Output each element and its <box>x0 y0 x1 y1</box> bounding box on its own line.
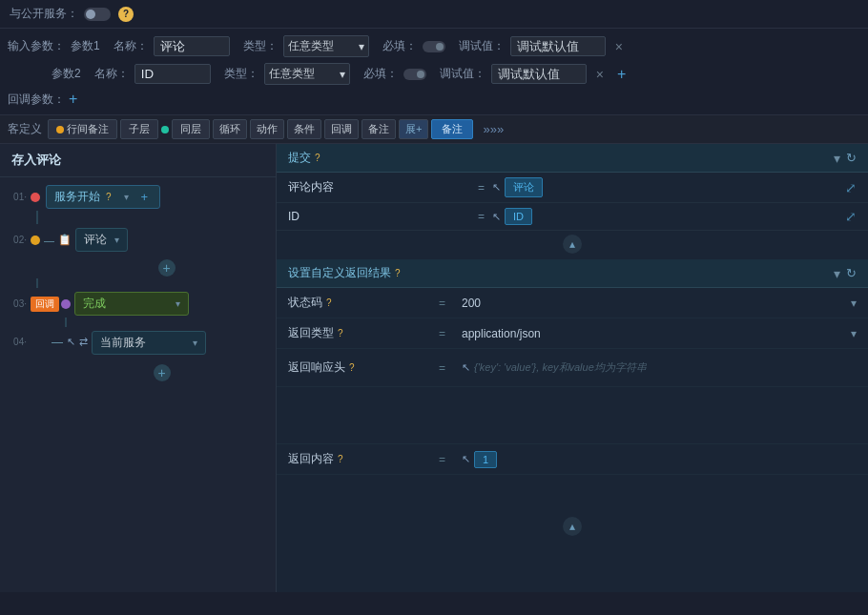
submit-eq-2: = <box>478 210 485 223</box>
return-header: 设置自定义返回结果 ? ▾ ↻ <box>277 259 868 288</box>
return-params-add-button[interactable]: + <box>65 91 81 108</box>
add-step-button[interactable]: + <box>136 190 152 204</box>
param1-debug-label: 调试值： <box>459 38 505 54</box>
cursor-icon: ↖ <box>67 336 75 348</box>
params-section: 输入参数： 参数1 名称： 类型： 任意类型 ▾ 必填： 调试值： × 参数2 … <box>0 29 868 115</box>
param2-delete-button[interactable]: × <box>592 67 608 82</box>
line-note-button[interactable]: 行间备注 <box>48 119 117 139</box>
type-select-icon[interactable]: ▾ <box>851 327 857 340</box>
double-arrow-icon: ⇄ <box>79 336 88 348</box>
top-bar: 与公开服务： ? <box>0 0 868 29</box>
chevron-down-icon-2: ▾ <box>340 68 345 81</box>
note2-button[interactable]: 备注 <box>431 119 473 139</box>
help-icon-return: ? <box>395 268 401 278</box>
input-params-label: 输入参数： <box>8 38 65 54</box>
book-icon: 📋 <box>58 234 72 246</box>
return-params-row: 回调参数： + <box>0 88 868 111</box>
return-key-content: 返回内容 ? <box>288 451 431 467</box>
return-section: 设置自定义返回结果 ? ▾ ↻ 状态码 ? = 200 ▾ <box>277 259 868 540</box>
param2-name-label: 名称： <box>94 66 129 82</box>
condition-button[interactable]: 条件 <box>287 119 321 139</box>
param1-type-label: 类型： <box>243 38 278 54</box>
expand-button[interactable]: 展+ <box>399 119 428 139</box>
status-select-icon[interactable]: ▾ <box>851 297 857 310</box>
return-expand-btn[interactable]: ▴ <box>277 513 868 540</box>
return-refresh-icon[interactable]: ↻ <box>846 266 857 280</box>
bottom-space <box>277 475 868 513</box>
return-eq-headers: = <box>439 361 454 375</box>
submit-row-2: ID = ↖ ID ⤢ <box>277 203 868 231</box>
same-level-button[interactable]: 同层 <box>172 119 210 139</box>
chevron-down-2: ▾ <box>114 235 119 245</box>
public-service-toggle[interactable] <box>84 8 111 21</box>
help-icon[interactable]: ? <box>118 7 134 22</box>
expand-icon-1[interactable]: ⤢ <box>845 180 857 195</box>
submit-key-2: ID <box>288 210 470 223</box>
submit-expand-icon[interactable]: ▾ <box>834 151 840 166</box>
param1-delete-button[interactable]: × <box>611 39 627 54</box>
flow-area: 01· 服务开始 ? ▾ + 02· <box>0 177 276 389</box>
return-row-content: 返回内容 ? = ↖ 1 <box>277 444 868 475</box>
loop-button[interactable]: 循环 <box>213 119 247 139</box>
complete-label: 完成 <box>83 296 106 312</box>
param2-required-toggle[interactable] <box>403 69 426 80</box>
submit-row-1: 评论内容 = ↖ 评论 ⤢ <box>277 173 868 203</box>
return-val-status: 200 ▾ <box>462 297 857 310</box>
flow-row-1: 01· 服务开始 ? ▾ + <box>0 183 276 211</box>
submit-key-1: 评论内容 <box>288 179 470 195</box>
return-row-type: 返回类型 ? = application/json ▾ <box>277 318 868 349</box>
param2-debug-input[interactable] <box>491 64 587 84</box>
node-dot-yellow-2 <box>31 236 40 245</box>
complete-box[interactable]: 完成 ▾ <box>74 292 189 316</box>
service-ref-box[interactable]: 当前服务 ▾ <box>92 331 206 355</box>
param2-num: 参数2 <box>52 66 81 82</box>
teal-dot <box>161 126 169 133</box>
return-key-status: 状态码 ? <box>288 295 431 311</box>
child-layer-button[interactable]: 子层 <box>120 119 158 139</box>
callback-button[interactable]: 回调 <box>324 119 359 139</box>
content-value-tag[interactable]: 1 <box>474 451 497 468</box>
param1-type-select[interactable]: 任意类型 ▾ <box>283 35 369 57</box>
param1-debug-input[interactable] <box>510 36 606 56</box>
add-service-button[interactable]: + <box>154 364 171 381</box>
subnode-label: 评论 <box>84 232 107 248</box>
toolbar: 客定义 行间备注 子层 同层 循环 动作 条件 回调 备注 展+ 备注 »»» <box>0 115 868 144</box>
action-button[interactable]: 动作 <box>250 119 284 139</box>
submit-val-tag-2[interactable]: ID <box>505 208 532 225</box>
param2-name-input[interactable] <box>134 64 211 84</box>
return-key-type: 返回类型 ? <box>288 325 431 341</box>
param2-type-select[interactable]: 任意类型 ▾ <box>264 63 350 85</box>
submit-val-tag-1[interactable]: 评论 <box>505 177 543 197</box>
help-icon-type: ? <box>338 328 343 338</box>
return-key-headers: 返回响应头 ? <box>288 359 431 376</box>
return-expand-icon[interactable]: ▾ <box>834 266 840 281</box>
note-button[interactable]: 备注 <box>362 119 396 139</box>
return-actions: ▾ ↻ <box>834 266 857 281</box>
help-icon-start: ? <box>106 192 112 202</box>
submit-eq-1: = <box>478 181 485 195</box>
submit-val-2: ↖ ID ⤢ <box>492 208 857 225</box>
submit-val-1: ↖ 评论 ⤢ <box>492 177 857 197</box>
param-row-1: 输入参数： 参数1 名称： 类型： 任意类型 ▾ 必填： 调试值： × <box>0 32 868 60</box>
help-icon-status: ? <box>326 297 332 308</box>
type-value: application/json <box>462 327 541 340</box>
param1-name-label: 名称： <box>114 38 148 54</box>
param1-name-input[interactable] <box>154 36 230 56</box>
dash-icon: — <box>44 235 54 246</box>
step-num-4: 04· <box>4 337 27 347</box>
toolbar-btn-group: 行间备注 子层 同层 循环 动作 条件 回调 备注 展+ 备注 <box>48 119 473 139</box>
service-start-label: 服务开始 <box>54 189 100 205</box>
return-eq-content: = <box>439 453 454 466</box>
expand-icon-2[interactable]: ⤢ <box>845 209 857 224</box>
cursor-icon-headers: ↖ <box>462 361 470 374</box>
cursor-icon-1: ↖ <box>492 181 501 194</box>
param2-add-button[interactable]: + <box>613 66 630 83</box>
step-num-2: 02· <box>4 235 27 245</box>
param1-required-label: 必填： <box>382 38 417 54</box>
service-start-box[interactable]: 服务开始 ? ▾ + <box>46 185 160 209</box>
add-child-button[interactable]: + <box>158 259 176 277</box>
subnode-review-box[interactable]: 评论 ▾ <box>75 228 128 252</box>
param1-required-toggle[interactable] <box>423 41 445 52</box>
submit-refresh-icon[interactable]: ↻ <box>846 151 857 165</box>
submit-expand-btn[interactable]: ▴ <box>277 231 868 257</box>
